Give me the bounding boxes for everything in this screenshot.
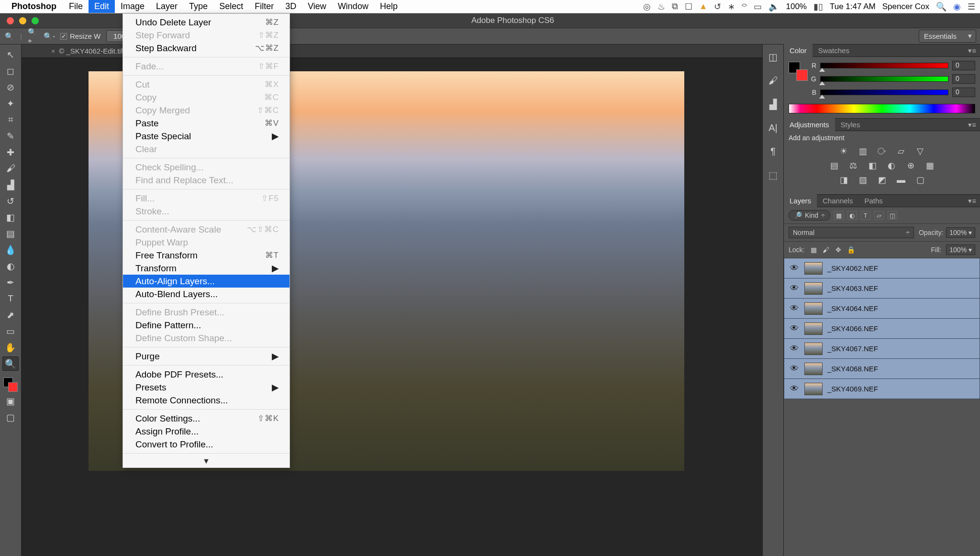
screenmode-icon[interactable]: ▢ bbox=[2, 410, 19, 424]
layer-thumbnail[interactable] bbox=[804, 282, 823, 295]
gradient-tool-icon[interactable]: ▤ bbox=[2, 226, 19, 241]
b-slider[interactable] bbox=[820, 89, 948, 95]
lut-icon[interactable]: ▦ bbox=[924, 160, 935, 171]
tab-styles[interactable]: Styles bbox=[835, 118, 866, 131]
zoom-tool-icon[interactable]: 🔍 bbox=[2, 356, 19, 371]
brush-tool-icon[interactable]: 🖌 bbox=[2, 161, 19, 176]
layer-name[interactable]: _SKY4064.NEF bbox=[827, 304, 975, 312]
healing-tool-icon[interactable]: ✚ bbox=[2, 145, 19, 159]
b-value[interactable]: 0 bbox=[952, 88, 975, 97]
panel-menu-icon[interactable]: ▾≡ bbox=[964, 197, 980, 205]
flame-icon[interactable]: ♨ bbox=[657, 1, 665, 12]
menu-filter[interactable]: Filter bbox=[249, 0, 279, 13]
minimize-window-button[interactable] bbox=[19, 17, 26, 24]
dodge-tool-icon[interactable]: ◐ bbox=[2, 259, 19, 273]
panel-menu-icon[interactable]: ▾≡ bbox=[964, 121, 980, 129]
visibility-icon[interactable]: 👁 bbox=[789, 344, 800, 354]
lock-pixels-icon[interactable]: 🖌 bbox=[822, 245, 830, 254]
levels-icon[interactable]: ▥ bbox=[857, 145, 869, 157]
brightness-icon[interactable]: ☀ bbox=[838, 145, 849, 157]
type-tool-icon[interactable]: T bbox=[2, 291, 19, 306]
menu-layer[interactable]: Layer bbox=[150, 0, 183, 13]
zoom-tool-icon[interactable]: 🔍 bbox=[4, 31, 14, 42]
menu-item[interactable]: Assign Profile... bbox=[123, 425, 290, 438]
layer-name[interactable]: _SKY4066.NEF bbox=[827, 324, 975, 333]
menu-item[interactable]: Auto-Align Layers... bbox=[123, 275, 290, 288]
battery-icon[interactable]: ▮▯ bbox=[813, 1, 823, 12]
menu-item[interactable]: Paste Special▶ bbox=[123, 130, 290, 143]
blend-mode-dropdown[interactable]: Normal ÷ bbox=[789, 227, 914, 238]
g-slider[interactable] bbox=[820, 76, 948, 82]
user-text[interactable]: Spencer Cox bbox=[882, 2, 929, 11]
layer-thumbnail[interactable] bbox=[804, 322, 823, 335]
character-icon[interactable]: A| bbox=[768, 122, 778, 133]
brush-panel-icon[interactable]: 🖌 bbox=[768, 75, 778, 86]
hand-tool-icon[interactable]: ✋ bbox=[2, 340, 19, 355]
posterize-icon[interactable]: ▨ bbox=[857, 174, 869, 186]
stamp-tool-icon[interactable]: ▟ bbox=[2, 178, 19, 192]
path-select-tool-icon[interactable]: ⬈ bbox=[2, 308, 19, 322]
menu-item[interactable]: Purge▶ bbox=[123, 350, 290, 363]
layer-row[interactable]: 👁_SKY4068.NEF bbox=[784, 359, 980, 379]
tab-swatches[interactable]: Swatches bbox=[813, 44, 855, 57]
tab-adjustments[interactable]: Adjustments bbox=[784, 118, 835, 131]
cc-icon[interactable]: ◎ bbox=[643, 1, 651, 12]
notification-icon[interactable]: ☰ bbox=[968, 1, 975, 12]
selective-color-icon[interactable]: ▢ bbox=[914, 174, 926, 186]
layer-name[interactable]: _SKY4063.NEF bbox=[827, 284, 975, 292]
history-icon[interactable]: ◫ bbox=[768, 51, 778, 63]
menu-item[interactable]: Transform▶ bbox=[123, 262, 290, 275]
menu-item[interactable]: Auto-Blend Layers... bbox=[123, 288, 290, 300]
photo-filter-icon[interactable]: ◐ bbox=[886, 160, 897, 171]
history-brush-tool-icon[interactable]: ↺ bbox=[2, 194, 19, 208]
menu-item[interactable]: Define Pattern... bbox=[123, 319, 290, 332]
filter-shape-icon[interactable]: ▱ bbox=[874, 211, 884, 220]
layer-row[interactable]: 👁_SKY4066.NEF bbox=[784, 319, 980, 339]
color-spectrum[interactable] bbox=[789, 104, 975, 113]
volume-icon[interactable]: 🔈 bbox=[768, 1, 779, 12]
menu-edit[interactable]: Edit bbox=[89, 0, 115, 13]
menu-item[interactable]: Color Settings...⇧⌘K bbox=[123, 412, 290, 425]
fill-field[interactable]: 100% ▾ bbox=[946, 245, 975, 255]
filter-type-icon[interactable]: T bbox=[861, 211, 870, 220]
menu-item[interactable]: Remote Connections... bbox=[123, 394, 290, 407]
menu-item[interactable]: Free Transform⌘T bbox=[123, 249, 290, 262]
bell-icon[interactable]: ▲ bbox=[699, 1, 708, 11]
lasso-tool-icon[interactable]: ⊘ bbox=[2, 80, 19, 94]
layer-name[interactable]: _SKY4067.NEF bbox=[827, 345, 975, 353]
zoom-in-icon[interactable]: 🔍+ bbox=[28, 31, 38, 42]
panel-menu-icon[interactable]: ▾≡ bbox=[964, 46, 980, 55]
zoom-window-button[interactable] bbox=[32, 17, 39, 24]
layer-thumbnail[interactable] bbox=[804, 302, 823, 315]
layer-name[interactable]: _SKY4069.NEF bbox=[827, 385, 975, 393]
magic-wand-tool-icon[interactable]: ✦ bbox=[2, 96, 19, 111]
marquee-tool-icon[interactable]: ◻ bbox=[2, 64, 19, 78]
layer-row[interactable]: 👁_SKY4067.NEF bbox=[784, 339, 980, 359]
shape-tool-icon[interactable]: ▭ bbox=[2, 324, 19, 338]
layer-thumbnail[interactable] bbox=[804, 262, 823, 275]
battery-text[interactable]: 100% bbox=[786, 2, 806, 11]
layer-name[interactable]: _SKY4062.NEF bbox=[827, 264, 975, 272]
resize-check[interactable]: ✓Resize W bbox=[60, 32, 100, 40]
visibility-icon[interactable]: 👁 bbox=[789, 303, 800, 313]
eraser-tool-icon[interactable]: ◧ bbox=[2, 210, 19, 224]
wifi-icon[interactable]: ⌔ bbox=[742, 1, 747, 11]
visibility-icon[interactable]: 👁 bbox=[789, 364, 800, 374]
filter-kind-dropdown[interactable]: 🔎Kind ÷ bbox=[789, 210, 830, 221]
hue-icon[interactable]: ▤ bbox=[828, 160, 840, 171]
bluetooth-icon[interactable]: ∗ bbox=[728, 1, 735, 12]
dropbox-icon[interactable]: ⧉ bbox=[672, 1, 678, 11]
r-slider[interactable] bbox=[820, 63, 948, 68]
menu-item[interactable]: Presets▶ bbox=[123, 381, 290, 394]
quickmask-icon[interactable]: ▣ bbox=[2, 394, 19, 408]
lock-position-icon[interactable]: ✥ bbox=[834, 245, 843, 254]
eyedropper-tool-icon[interactable]: ✎ bbox=[2, 129, 19, 143]
close-window-button[interactable] bbox=[7, 17, 14, 24]
siri-icon[interactable]: ◉ bbox=[953, 1, 961, 12]
menu-item[interactable]: Paste⌘V bbox=[123, 117, 290, 130]
exposure-icon[interactable]: ▱ bbox=[895, 145, 907, 157]
menu-scroll-down-icon[interactable]: ▼ bbox=[123, 456, 290, 467]
menu-window[interactable]: Window bbox=[332, 0, 374, 13]
app-name[interactable]: Photoshop bbox=[11, 1, 56, 11]
layer-row[interactable]: 👁_SKY4064.NEF bbox=[784, 299, 980, 319]
